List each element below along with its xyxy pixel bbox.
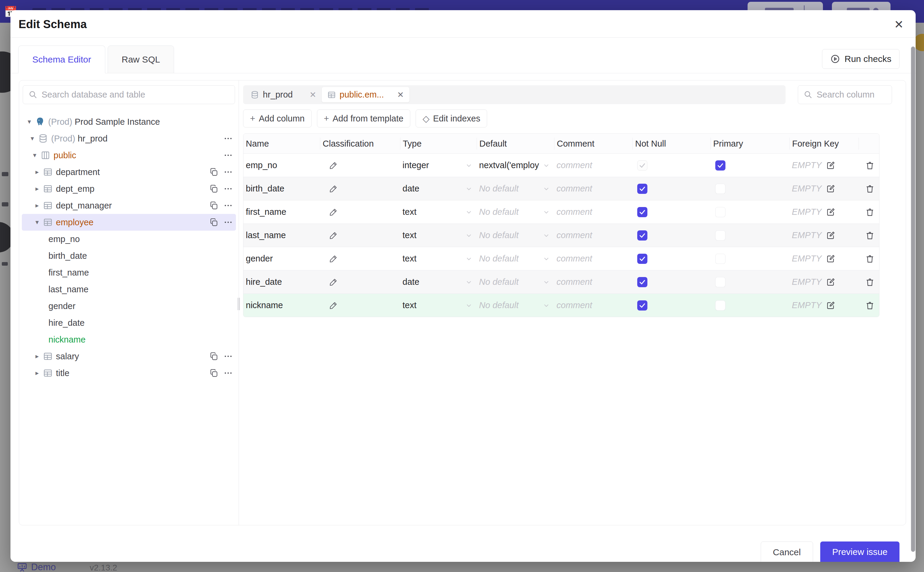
edit-foreign-key-icon[interactable] bbox=[826, 161, 836, 170]
close-tab-icon[interactable]: ✕ bbox=[397, 90, 404, 99]
trash-icon[interactable] bbox=[865, 207, 874, 217]
trash-icon[interactable] bbox=[865, 277, 874, 287]
checkbox-checked[interactable] bbox=[637, 300, 647, 311]
checkbox-checked[interactable] bbox=[637, 160, 647, 171]
comment-cell[interactable]: comment bbox=[554, 254, 633, 264]
type-cell[interactable]: text bbox=[400, 254, 477, 264]
more-options-icon[interactable] bbox=[223, 167, 233, 177]
type-cell[interactable]: date bbox=[400, 184, 477, 194]
tree-item-nickname[interactable]: nickname bbox=[22, 331, 236, 348]
type-cell[interactable]: text bbox=[400, 207, 477, 217]
column-name-cell[interactable]: hire_date bbox=[243, 277, 320, 287]
comment-cell[interactable]: comment bbox=[554, 230, 633, 240]
caret-right-icon[interactable]: ▸ bbox=[34, 353, 40, 360]
comment-cell[interactable]: comment bbox=[554, 277, 633, 287]
column-name-cell[interactable]: first_name bbox=[243, 207, 320, 217]
more-options-icon[interactable] bbox=[223, 151, 233, 160]
editor-tab-public.em...[interactable]: public.em...✕ bbox=[322, 87, 409, 102]
column-name-cell[interactable]: nickname bbox=[243, 300, 320, 310]
tree-item-dept_emp[interactable]: ▸dept_emp bbox=[22, 180, 236, 197]
pencil-icon[interactable] bbox=[329, 184, 338, 193]
default-cell[interactable]: No default bbox=[477, 300, 554, 310]
column-name-cell[interactable]: birth_date bbox=[243, 184, 320, 194]
pencil-icon[interactable] bbox=[329, 161, 338, 170]
checkbox-checked[interactable] bbox=[637, 184, 647, 194]
caret-right-icon[interactable]: ▸ bbox=[34, 168, 40, 176]
trash-icon[interactable] bbox=[865, 254, 874, 264]
caret-right-icon[interactable]: ▸ bbox=[34, 202, 40, 210]
more-options-icon[interactable] bbox=[223, 368, 233, 378]
tree-item-employee[interactable]: ▾employee bbox=[22, 214, 236, 231]
default-cell[interactable]: No default bbox=[477, 254, 554, 264]
edit-foreign-key-icon[interactable] bbox=[826, 184, 836, 194]
more-options-icon[interactable] bbox=[223, 351, 233, 361]
more-options-icon[interactable] bbox=[223, 218, 233, 227]
tree-item-birth_date[interactable]: birth_date bbox=[22, 247, 236, 264]
type-cell[interactable]: integer bbox=[400, 160, 477, 170]
checkbox-unchecked[interactable] bbox=[715, 184, 726, 194]
default-cell[interactable]: No default bbox=[477, 230, 554, 240]
checkbox-unchecked[interactable] bbox=[715, 300, 726, 311]
column-name-cell[interactable]: last_name bbox=[243, 230, 320, 240]
default-cell[interactable]: nextval('employ bbox=[477, 160, 554, 170]
checkbox-checked[interactable] bbox=[637, 254, 647, 264]
edit-foreign-key-icon[interactable] bbox=[826, 277, 836, 287]
pencil-icon[interactable] bbox=[329, 301, 338, 310]
add-column-button[interactable]: + Add column bbox=[243, 109, 312, 127]
type-cell[interactable]: date bbox=[400, 277, 477, 287]
tree-item-emp_no[interactable]: emp_no bbox=[22, 231, 236, 247]
edit-foreign-key-icon[interactable] bbox=[826, 301, 836, 310]
tree-item-title[interactable]: ▸title bbox=[22, 365, 236, 381]
pencil-icon[interactable] bbox=[329, 254, 338, 263]
tree-item-public[interactable]: ▾public bbox=[22, 147, 236, 164]
editor-tab-hr_prod[interactable]: hr_prod✕ bbox=[245, 87, 322, 102]
caret-down-icon[interactable]: ▾ bbox=[34, 218, 40, 226]
copy-icon[interactable] bbox=[209, 368, 219, 378]
preview-issue-button[interactable]: Preview issue bbox=[820, 541, 899, 562]
pencil-icon[interactable] bbox=[329, 208, 338, 217]
tree-item-Prod Sample Instance[interactable]: ▾(Prod) Prod Sample Instance bbox=[22, 113, 236, 130]
caret-down-icon[interactable]: ▾ bbox=[26, 118, 33, 126]
type-cell[interactable]: text bbox=[400, 300, 477, 310]
pencil-icon[interactable] bbox=[329, 231, 338, 240]
tree-item-hire_date[interactable]: hire_date bbox=[22, 314, 236, 331]
tree-item-first_name[interactable]: first_name bbox=[22, 264, 236, 281]
pencil-icon[interactable] bbox=[329, 278, 338, 287]
checkbox-checked[interactable] bbox=[637, 207, 647, 217]
caret-down-icon[interactable]: ▾ bbox=[29, 135, 36, 142]
comment-cell[interactable]: comment bbox=[554, 184, 633, 194]
caret-down-icon[interactable]: ▾ bbox=[31, 151, 38, 159]
caret-right-icon[interactable]: ▸ bbox=[34, 369, 40, 377]
tree-item-salary[interactable]: ▸salary bbox=[22, 348, 236, 365]
comment-cell[interactable]: comment bbox=[554, 207, 633, 217]
add-from-template-button[interactable]: + Add from template bbox=[317, 109, 410, 127]
comment-cell[interactable]: comment bbox=[554, 300, 633, 310]
close-icon[interactable]: ✕ bbox=[893, 19, 905, 31]
checkbox-checked[interactable] bbox=[637, 277, 647, 287]
demo-link[interactable]: Demo bbox=[17, 562, 56, 572]
tab-raw-sql[interactable]: Raw SQL bbox=[108, 45, 174, 73]
tree-search-input[interactable] bbox=[23, 85, 235, 104]
trash-icon[interactable] bbox=[865, 301, 874, 310]
run-checks-button[interactable]: Run checks bbox=[822, 49, 899, 69]
trash-icon[interactable] bbox=[865, 184, 874, 194]
edit-indexes-button[interactable]: ◇ Edit indexes bbox=[415, 109, 487, 127]
copy-icon[interactable] bbox=[209, 184, 219, 194]
tree-item-gender[interactable]: gender bbox=[22, 298, 236, 314]
checkbox-unchecked[interactable] bbox=[715, 230, 726, 241]
copy-icon[interactable] bbox=[209, 351, 219, 361]
copy-icon[interactable] bbox=[209, 167, 219, 177]
more-options-icon[interactable] bbox=[223, 201, 233, 210]
edit-foreign-key-icon[interactable] bbox=[826, 207, 836, 217]
checkbox-unchecked[interactable] bbox=[715, 277, 726, 287]
type-cell[interactable]: text bbox=[400, 230, 477, 240]
close-tab-icon[interactable]: ✕ bbox=[310, 90, 316, 99]
copy-icon[interactable] bbox=[209, 201, 219, 210]
default-cell[interactable]: No default bbox=[477, 207, 554, 217]
page-scrollbar[interactable] bbox=[911, 47, 915, 552]
trash-icon[interactable] bbox=[865, 161, 874, 170]
tree-item-hr_prod[interactable]: ▾(Prod) hr_prod bbox=[22, 130, 236, 147]
more-options-icon[interactable] bbox=[223, 134, 233, 143]
edit-foreign-key-icon[interactable] bbox=[826, 231, 836, 240]
default-cell[interactable]: No default bbox=[477, 184, 554, 194]
